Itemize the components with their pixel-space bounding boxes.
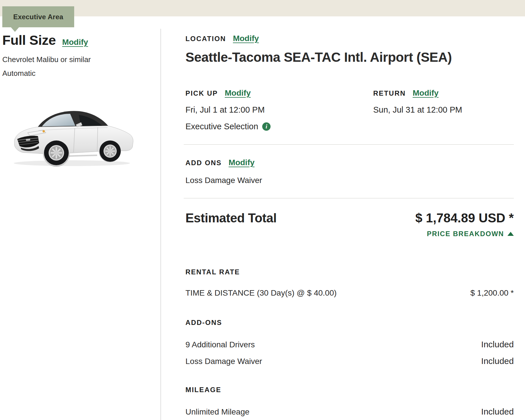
executive-area-badge: Executive Area	[2, 6, 74, 27]
vehicle-class-title: Full Size	[2, 32, 56, 48]
addons-modify-link[interactable]: Modify	[229, 158, 254, 167]
info-icon[interactable]: i	[262, 122, 271, 131]
pickup-note-row: Executive Selection i	[185, 122, 271, 131]
badge-pointer	[11, 27, 19, 32]
addons-row-value: Included	[481, 340, 514, 349]
addons-breakdown-label: ADD-ONS	[185, 319, 222, 327]
addons-row-value: Included	[481, 356, 514, 366]
addons-row-name: Loss Damage Waiver	[185, 357, 262, 366]
location-value: Seattle-Tacoma SEA-TAC Intl. Airport (SE…	[185, 49, 452, 65]
mileage-row-value: Included	[481, 407, 514, 417]
estimated-total-amount: $ 1,784.89 USD *	[415, 211, 514, 225]
return-header-row: RETURN Modify	[373, 88, 438, 98]
rental-rate-row-value: $ 1,200.00 *	[470, 288, 514, 298]
pickup-header-row: PICK UP Modify	[185, 88, 251, 98]
executive-area-badge-label: Executive Area	[13, 13, 63, 21]
vehicle-modify-link[interactable]: Modify	[62, 38, 88, 47]
return-modify-link[interactable]: Modify	[413, 88, 438, 98]
addons-breakdown-row: Loss Damage Waiver Included	[185, 356, 514, 366]
estimated-total-label: Estimated Total	[185, 211, 277, 225]
vehicle-transmission: Automatic	[2, 69, 36, 78]
vehicle-image	[11, 102, 135, 169]
section-divider	[184, 144, 514, 145]
price-breakdown-label: PRICE BREAKDOWN	[427, 230, 504, 238]
rental-rate-label: RENTAL RATE	[185, 268, 240, 276]
location-modify-link[interactable]: Modify	[233, 34, 259, 43]
column-divider	[160, 29, 161, 420]
rental-rate-row: TIME & DISTANCE (30 Day(s) @ $ 40.00) $ …	[185, 288, 514, 298]
section-divider	[184, 198, 514, 199]
rental-rate-row-name: TIME & DISTANCE (30 Day(s) @ $ 40.00)	[185, 288, 337, 298]
pickup-note: Executive Selection	[185, 122, 258, 131]
vehicle-class-row: Full Size Modify	[2, 32, 88, 48]
addons-label: ADD ONS	[185, 159, 222, 167]
return-label: RETURN	[373, 89, 406, 97]
location-header-row: LOCATION Modify	[185, 34, 259, 43]
price-breakdown-toggle[interactable]: PRICE BREAKDOWN	[427, 230, 514, 238]
pickup-datetime: Fri, Jul 1 at 12:00 PM	[185, 105, 265, 115]
reservation-summary-page: Executive Area Full Size Modify Chevrole…	[0, 0, 525, 420]
addons-breakdown-row: 9 Additional Drivers Included	[185, 340, 514, 349]
addons-item: Loss Damage Waiver	[185, 176, 262, 185]
top-strip	[0, 0, 525, 16]
estimated-total-row: Estimated Total $ 1,784.89 USD *	[185, 211, 514, 225]
addons-header-row: ADD ONS Modify	[185, 158, 254, 167]
vehicle-model: Chevrolet Malibu or similar	[2, 55, 91, 64]
pickup-label: PICK UP	[185, 89, 218, 97]
addons-row-name: 9 Additional Drivers	[185, 340, 255, 349]
mileage-row-name: Unlimited Mileage	[185, 407, 250, 417]
return-datetime: Sun, Jul 31 at 12:00 PM	[373, 105, 462, 115]
pickup-modify-link[interactable]: Modify	[225, 88, 251, 98]
mileage-label: MILEAGE	[185, 386, 221, 394]
location-label: LOCATION	[185, 35, 226, 43]
mileage-row: Unlimited Mileage Included	[185, 407, 514, 417]
caret-up-icon	[507, 232, 514, 236]
